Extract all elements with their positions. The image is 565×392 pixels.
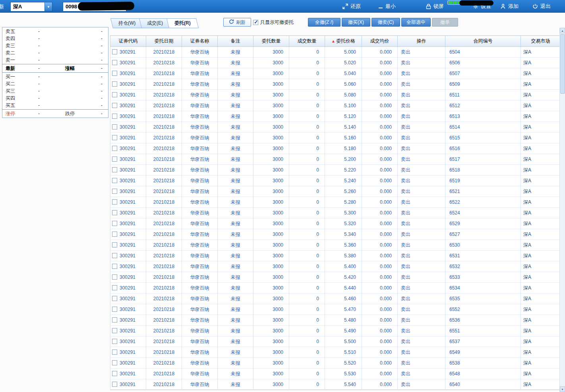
sell-action-link[interactable]: 卖出 — [401, 371, 410, 377]
col-header-price[interactable]: ▲委托价格 — [325, 36, 362, 47]
security-name: 华录百纳 — [182, 47, 218, 58]
row-checkbox[interactable] — [112, 371, 117, 376]
sell-action-link[interactable]: 卖出 — [401, 317, 410, 323]
col-header-name[interactable]: 证券名称 — [182, 36, 218, 47]
row-checkbox[interactable] — [112, 242, 117, 247]
scrollbar-thumb[interactable] — [560, 34, 565, 94]
sell-action-link[interactable]: 卖出 — [401, 274, 410, 280]
row-checkbox[interactable] — [112, 307, 117, 312]
row-checkbox[interactable] — [112, 264, 117, 269]
row-checkbox[interactable] — [112, 199, 117, 205]
sell-action-link[interactable]: 卖出 — [401, 103, 410, 108]
show-cancellable-filter[interactable]: 只显示可撤委托 — [253, 19, 294, 26]
sell-action-link[interactable]: 卖出 — [401, 71, 410, 76]
row-checkbox[interactable] — [112, 81, 117, 87]
sell-action-link[interactable]: 卖出 — [401, 49, 410, 55]
tab-trades[interactable]: 成交(E) — [139, 18, 171, 28]
row-checkbox[interactable] — [112, 350, 117, 355]
row-checkbox[interactable] — [112, 285, 117, 290]
row-checkbox[interactable] — [112, 71, 117, 76]
row-checkbox[interactable] — [112, 253, 117, 258]
sell-action-link[interactable]: 卖出 — [401, 339, 410, 344]
row-checkbox[interactable] — [112, 49, 117, 54]
col-header-contract[interactable]: 合同编号 — [445, 36, 521, 47]
col-header-action[interactable]: 操作 — [398, 36, 445, 47]
sell-action-link[interactable]: 卖出 — [401, 199, 410, 205]
sell-action-link[interactable]: 卖出 — [401, 60, 410, 66]
minimize-button[interactable]: 最小 — [378, 0, 396, 13]
sell-action-link[interactable]: 卖出 — [401, 81, 410, 87]
tab-positions[interactable]: 持仓(W) — [110, 18, 144, 28]
sell-action-link[interactable]: 卖出 — [401, 178, 410, 183]
sell-action-link[interactable]: 卖出 — [401, 189, 410, 194]
select-all-button[interactable]: 全部选中 — [401, 18, 431, 27]
sell-action-link[interactable]: 卖出 — [401, 242, 410, 248]
tab-orders[interactable]: 委托(R) — [166, 18, 199, 28]
col-header-code[interactable]: 证券代码 — [110, 36, 146, 47]
sell-action-link[interactable]: 卖出 — [401, 285, 410, 291]
chevron-down-icon[interactable]: ▼ — [45, 2, 52, 11]
lock-screen-button[interactable]: 锁屏 — [426, 0, 444, 13]
row-checkbox[interactable] — [112, 317, 117, 322]
sell-action-link[interactable]: 卖出 — [401, 328, 410, 334]
sell-action-link[interactable]: 卖出 — [401, 350, 410, 355]
scroll-up-button[interactable]: ▲ — [560, 28, 565, 33]
row-checkbox[interactable] — [112, 146, 117, 151]
sell-action-link[interactable]: 卖出 — [401, 135, 410, 141]
sell-action-link[interactable]: 卖出 — [401, 167, 410, 173]
sell-action-link[interactable]: 卖出 — [401, 92, 410, 98]
sell-action-link[interactable]: 卖出 — [401, 296, 410, 301]
sell-action-link[interactable]: 卖出 — [401, 360, 410, 366]
col-header-market[interactable]: 交易市场 — [521, 36, 561, 47]
col-header-date[interactable]: 委托日期 — [146, 36, 182, 47]
security-name: 华录百纳 — [182, 347, 218, 358]
sell-action-link[interactable]: 卖出 — [401, 232, 410, 237]
cancel-order-button[interactable]: 撤单 — [432, 18, 458, 27]
row-checkbox[interactable] — [112, 167, 117, 172]
sell-action-link[interactable]: 卖出 — [401, 146, 410, 151]
row-checkbox[interactable] — [112, 114, 117, 119]
row-checkbox[interactable] — [112, 382, 117, 387]
market-select[interactable]: 深A ▼ — [10, 2, 52, 12]
row-checkbox[interactable] — [112, 232, 117, 237]
col-header-qty[interactable]: 委托数量 — [253, 36, 289, 47]
sell-action-link[interactable]: 卖出 — [401, 264, 410, 269]
cancel-all-button[interactable]: 全撤(Z /) — [308, 18, 341, 27]
row-checkbox[interactable] — [112, 103, 117, 108]
row-checkbox[interactable] — [112, 339, 117, 344]
vertical-scrollbar[interactable]: ▲ ▼ — [559, 28, 565, 392]
row-checkbox[interactable] — [112, 124, 117, 129]
row-checkbox[interactable] — [112, 156, 117, 162]
exit-button[interactable]: 退出 — [532, 0, 551, 13]
sell-action-link[interactable]: 卖出 — [401, 307, 410, 312]
sell-action-link[interactable]: 卖出 — [401, 156, 410, 162]
row-checkbox[interactable] — [112, 210, 117, 215]
row-checkbox[interactable] — [112, 296, 117, 301]
sell-action-link[interactable]: 卖出 — [401, 221, 410, 226]
row-checkbox[interactable] — [112, 328, 117, 333]
show-cancellable-checkbox[interactable] — [253, 20, 258, 25]
add-account-button[interactable]: 添加 — [501, 0, 519, 13]
cancel-sells-button[interactable]: 撤卖(C) — [372, 18, 400, 27]
sell-action-link[interactable]: 卖出 — [401, 210, 410, 216]
sell-action-link[interactable]: 卖出 — [401, 114, 410, 119]
cancel-buys-button[interactable]: 撤买(X) — [342, 18, 370, 27]
sell-action-link[interactable]: 卖出 — [401, 253, 410, 259]
tab-orders-label: 委托(R) — [174, 19, 191, 28]
sell-action-link[interactable]: 卖出 — [401, 124, 410, 130]
restore-button[interactable]: 还原 — [342, 0, 361, 13]
row-checkbox[interactable] — [112, 221, 117, 226]
row-checkbox[interactable] — [112, 189, 117, 194]
row-checkbox[interactable] — [112, 135, 117, 140]
sell-action-link[interactable]: 卖出 — [401, 382, 410, 387]
col-header-avg[interactable]: 成交均价 — [362, 36, 398, 47]
col-header-filled[interactable]: 成交数量 — [289, 36, 325, 47]
col-header-remark[interactable]: 备注 — [218, 36, 253, 47]
row-checkbox[interactable] — [112, 274, 117, 280]
row-checkbox[interactable] — [112, 360, 117, 365]
refresh-button[interactable]: 刷新 — [223, 18, 251, 27]
row-checkbox[interactable] — [112, 178, 117, 183]
scroll-down-button[interactable]: ▼ — [560, 386, 565, 392]
row-checkbox[interactable] — [112, 92, 117, 97]
row-checkbox[interactable] — [112, 60, 117, 65]
